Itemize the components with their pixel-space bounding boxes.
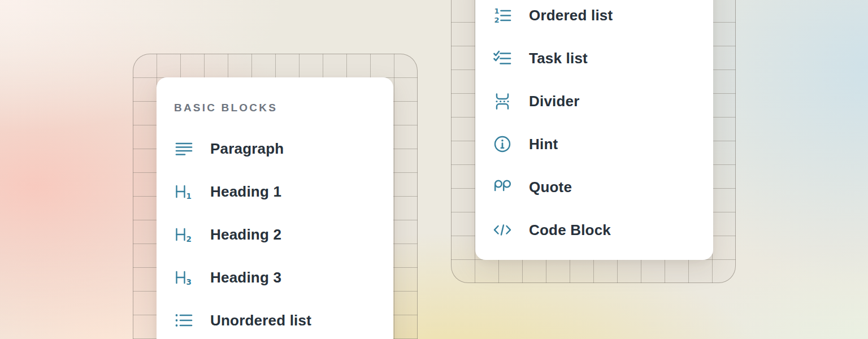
unordered-list-icon <box>174 311 193 330</box>
ordered-list-icon: 1 2 <box>493 6 512 25</box>
menu-item-label: Quote <box>529 179 572 196</box>
menu-item-task-list[interactable]: Task list <box>475 37 713 80</box>
menu-item-unordered-list[interactable]: Unordered list <box>157 299 393 339</box>
menu-item-hint[interactable]: Hint <box>475 123 713 166</box>
menu-item-divider[interactable]: Divider <box>475 80 713 123</box>
divider-icon <box>493 92 512 111</box>
menu-item-paragraph[interactable]: Paragraph <box>157 127 393 170</box>
basic-blocks-menu: BASIC BLOCKS Paragraph <box>157 77 393 339</box>
menu-item-label: Heading 1 <box>210 183 281 201</box>
svg-text:3: 3 <box>186 277 192 286</box>
menu-item-ordered-list[interactable]: 1 2 Ordered list <box>475 0 713 37</box>
menu-item-heading-3[interactable]: 3 Heading 3 <box>157 256 393 299</box>
menu-item-label: Ordered list <box>529 7 613 24</box>
menu-section-header: BASIC BLOCKS <box>174 101 393 115</box>
svg-text:2: 2 <box>186 234 192 244</box>
blocks-list: 1 2 Ordered list <box>475 0 713 251</box>
menu-item-label: Unordered list <box>210 312 311 329</box>
svg-text:2: 2 <box>494 16 500 24</box>
paragraph-icon <box>174 139 193 158</box>
code-block-icon <box>493 220 512 240</box>
menu-item-label: Paragraph <box>210 140 284 158</box>
heading-1-icon: 1 <box>174 182 193 201</box>
svg-text:1: 1 <box>186 192 192 201</box>
menu-item-heading-2[interactable]: 2 Heading 2 <box>157 213 393 256</box>
hint-icon <box>493 134 512 154</box>
menu-item-label: Heading 3 <box>210 269 281 286</box>
hero-background: BASIC BLOCKS Paragraph <box>0 0 868 339</box>
menu-item-quote[interactable]: Quote <box>475 166 713 208</box>
menu-item-label: Hint <box>529 136 558 153</box>
menu-item-label: Code Block <box>529 221 611 239</box>
heading-2-icon: 2 <box>174 225 193 244</box>
svg-text:1: 1 <box>494 7 500 15</box>
quote-icon <box>493 177 512 197</box>
basic-blocks-list: Paragraph 1 Heading 1 <box>157 127 393 339</box>
heading-3-icon: 3 <box>174 268 193 287</box>
menu-item-code-block[interactable]: Code Block <box>475 208 713 251</box>
menu-item-label: Divider <box>529 93 580 110</box>
blocks-menu-continued: 1 2 Ordered list <box>475 0 713 260</box>
menu-item-label: Heading 2 <box>210 226 281 244</box>
menu-item-heading-1[interactable]: 1 Heading 1 <box>157 170 393 213</box>
task-list-icon <box>493 49 512 68</box>
menu-item-label: Task list <box>529 50 588 67</box>
